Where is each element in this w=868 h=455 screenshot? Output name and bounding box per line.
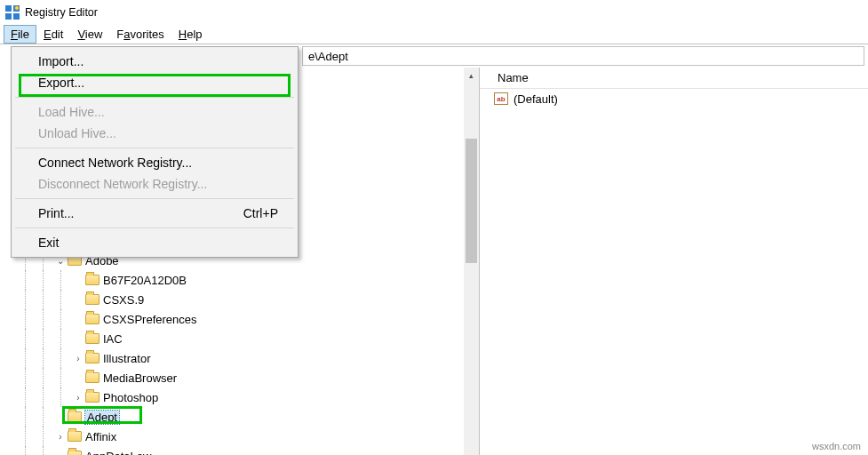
scroll-thumb[interactable] bbox=[466, 139, 477, 263]
svg-rect-2 bbox=[5, 13, 12, 20]
adept-highlight-annotation bbox=[62, 406, 142, 424]
tree-node-csxspreferences[interactable]: CSXSPreferences bbox=[0, 309, 463, 329]
chevron-right-icon[interactable]: › bbox=[53, 432, 68, 442]
chevron-right-icon[interactable]: › bbox=[71, 393, 85, 403]
tree-label: MediaBrowser bbox=[103, 371, 177, 385]
tree-node-iac[interactable]: IAC bbox=[0, 329, 463, 348]
tree-label: Photoshop bbox=[103, 391, 158, 404]
menu-view[interactable]: View bbox=[70, 25, 109, 44]
file-menu-disconnect-network-registry: Disconnect Network Registry... bbox=[13, 173, 296, 195]
tree-node-affinix[interactable]: ›Affinix bbox=[0, 427, 463, 446]
folder-icon bbox=[85, 392, 100, 403]
tree-node-photoshop[interactable]: ›Photoshop bbox=[0, 387, 463, 407]
menu-separator bbox=[15, 228, 294, 228]
address-input[interactable] bbox=[302, 46, 864, 66]
column-header-name[interactable]: Name bbox=[480, 68, 868, 89]
folder-icon bbox=[85, 275, 100, 285]
values-pane: Name ab(Default) bbox=[480, 68, 868, 455]
string-value-icon: ab bbox=[494, 92, 508, 105]
tree-node-illustrator[interactable]: ›Illustrator bbox=[0, 348, 463, 368]
file-menu-import[interactable]: Import... bbox=[13, 51, 296, 72]
folder-icon bbox=[85, 294, 100, 305]
menu-favorites[interactable]: Favorites bbox=[109, 25, 171, 44]
tree-node-appdatalow[interactable]: AppDataLow bbox=[0, 446, 463, 455]
menu-bar: File Edit View Favorites Help bbox=[0, 25, 868, 44]
folder-icon bbox=[85, 333, 100, 344]
regedit-icon bbox=[5, 5, 20, 20]
menu-help[interactable]: Help bbox=[171, 25, 210, 44]
tree-label: CSXS.9 bbox=[103, 293, 144, 307]
tree-label: Affinix bbox=[85, 430, 116, 443]
watermark: wsxdn.com bbox=[812, 441, 861, 451]
scroll-up-icon[interactable]: ▴ bbox=[464, 68, 479, 83]
file-menu-unload-hive: Unload Hive... bbox=[13, 123, 296, 144]
folder-icon bbox=[85, 314, 100, 324]
file-menu-dropdown: Import...Export...Load Hive...Unload Hiv… bbox=[11, 46, 299, 258]
value-row[interactable]: ab(Default) bbox=[480, 89, 868, 108]
svg-point-4 bbox=[15, 6, 19, 10]
menu-separator bbox=[15, 148, 294, 148]
file-menu-connect-network-registry[interactable]: Connect Network Registry... bbox=[13, 152, 296, 173]
tree-scrollbar[interactable]: ▴ bbox=[464, 68, 479, 455]
registry-tree[interactable]: ⌄AdobeB67F20A12D0BCSXS.9CSXSPreferencesI… bbox=[0, 249, 463, 455]
tree-node-b67f20a12d0b[interactable]: B67F20A12D0B bbox=[0, 270, 463, 290]
value-name: (Default) bbox=[514, 92, 558, 106]
menu-separator bbox=[15, 198, 294, 199]
window-title: Registry Editor bbox=[25, 6, 98, 19]
menu-edit[interactable]: Edit bbox=[36, 25, 70, 44]
title-bar: Registry Editor bbox=[0, 0, 868, 25]
menu-separator bbox=[15, 97, 294, 98]
folder-icon bbox=[68, 431, 82, 442]
file-menu-export[interactable]: Export... bbox=[13, 72, 296, 93]
tree-label: B67F20A12D0B bbox=[103, 274, 187, 287]
tree-node-adept[interactable]: Adept bbox=[0, 407, 463, 427]
folder-icon bbox=[68, 451, 82, 455]
chevron-right-icon[interactable]: › bbox=[71, 354, 85, 363]
svg-rect-0 bbox=[5, 5, 12, 12]
tree-node-csxs-9[interactable]: CSXS.9 bbox=[0, 290, 463, 309]
tree-label: IAC bbox=[103, 332, 123, 346]
folder-icon bbox=[85, 353, 100, 363]
tree-label: Illustrator bbox=[103, 352, 150, 365]
tree-label: CSXSPreferences bbox=[103, 313, 197, 326]
svg-rect-3 bbox=[13, 13, 20, 20]
file-menu-exit[interactable]: Exit bbox=[13, 232, 296, 253]
file-menu-load-hive: Load Hive... bbox=[13, 101, 296, 123]
tree-label: AppDataLow bbox=[85, 450, 151, 456]
file-menu-print[interactable]: Print...Ctrl+P bbox=[13, 203, 296, 224]
tree-node-mediabrowser[interactable]: MediaBrowser bbox=[0, 368, 463, 387]
folder-icon bbox=[85, 372, 100, 383]
menu-file[interactable]: File bbox=[4, 25, 36, 44]
